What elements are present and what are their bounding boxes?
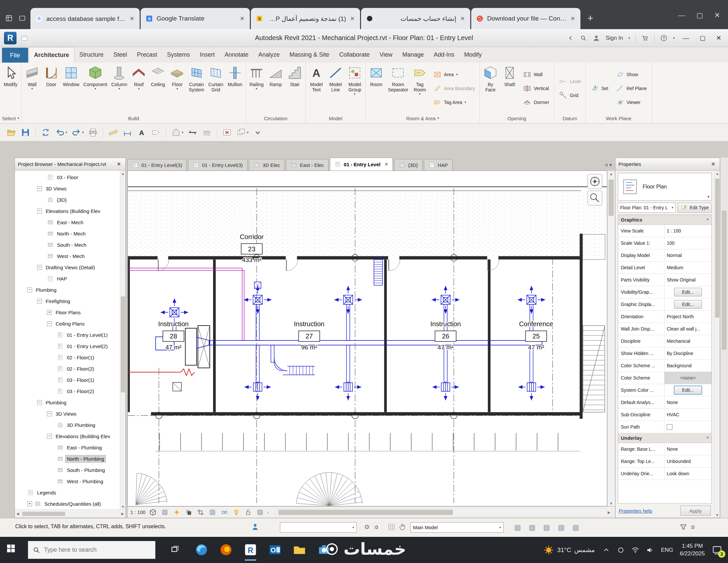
- edit-type-button[interactable]: Edit Type: [678, 203, 712, 212]
- taskbar-search[interactable]: [28, 541, 156, 559]
- prop-value[interactable]: Clean all wall j...: [664, 323, 711, 335]
- help-icon[interactable]: ?: [660, 34, 668, 42]
- prop-value[interactable]: Normal: [664, 249, 711, 261]
- sync-button[interactable]: [40, 126, 52, 138]
- search-input[interactable]: [44, 546, 151, 553]
- text-note-button[interactable]: A: [136, 126, 148, 138]
- view-tab-01-entry-level[interactable]: 01 - Entry Level✕: [330, 158, 393, 170]
- tool-shaft[interactable]: Shaft: [500, 64, 519, 113]
- panel-label-circulation[interactable]: Circulation: [246, 113, 305, 123]
- redo-button[interactable]: ▾: [70, 126, 85, 138]
- tool-column[interactable]: Column▾: [110, 64, 129, 113]
- tree-item-west-plumbing[interactable]: West - Plumbing: [15, 476, 120, 487]
- tool-mullion[interactable]: Mullion: [226, 64, 244, 113]
- tree-item-east-plumbing[interactable]: East - Plumbing: [15, 442, 120, 453]
- sun-path-button[interactable]: [172, 507, 182, 517]
- ribbon-tab-file[interactable]: File: [2, 48, 28, 63]
- ribbon-tab-modify[interactable]: Modify: [459, 47, 487, 63]
- tool-by-face[interactable]: By Face: [481, 64, 500, 113]
- design-options-icon[interactable]: [512, 523, 523, 533]
- tool-area[interactable]: Area▾: [431, 68, 477, 81]
- tool-curtain-grid[interactable]: Curtain Grid: [206, 64, 225, 113]
- view-tab-list-button[interactable]: ≡ ▾: [602, 162, 615, 170]
- ribbon-tab-analyze[interactable]: Analyze: [253, 47, 285, 63]
- browser-maximize-button[interactable]: ▢: [697, 11, 703, 19]
- tree-item-south-plumbing[interactable]: South - Plumbing: [15, 464, 120, 476]
- prop-value[interactable]: None: [664, 443, 711, 455]
- tool-area-boundary[interactable]: Area Boundary: [431, 82, 477, 95]
- dimension-button[interactable]: [121, 126, 133, 138]
- collapse-icon[interactable]: −: [37, 186, 42, 191]
- browser-tab[interactable]: AGoogle Translate✕: [141, 8, 250, 29]
- ribbon-tab-annotate[interactable]: Annotate: [220, 47, 253, 63]
- tree-item-03-floor-1[interactable]: 03 - Floor(1): [15, 374, 120, 386]
- prop-value[interactable]: By Discipline: [664, 348, 711, 359]
- tree-item-floor-plans[interactable]: +Floor Plans: [15, 307, 120, 318]
- edit-button[interactable]: Edit...: [674, 386, 702, 395]
- collapse-icon[interactable]: −: [37, 265, 42, 270]
- tree-item-north-plumbing[interactable]: North - Plumbing: [15, 453, 120, 464]
- tree-item-plumbing[interactable]: −Plumbing: [15, 284, 120, 296]
- app-minimize-button[interactable]: —: [680, 34, 692, 42]
- open-button[interactable]: [5, 126, 17, 138]
- temporary-hide-button[interactable]: [219, 507, 229, 517]
- browser-tab[interactable]: Gaccess database sample file - بحث✕: [30, 8, 140, 29]
- tool-grid[interactable]: Grid: [557, 89, 583, 102]
- tool-curtain-system[interactable]: Curtain System: [187, 64, 206, 113]
- ribbon-tab-systems[interactable]: Systems: [162, 47, 195, 63]
- tool-model-group[interactable]: Model Group▾: [345, 64, 364, 113]
- tree-item-03-floor[interactable]: 03 - Floor: [15, 171, 120, 183]
- project-browser-scrollbar[interactable]: ▲ ▼: [120, 170, 125, 509]
- circle-tray-icon[interactable]: [616, 545, 625, 555]
- browser-minimize-button[interactable]: —: [678, 11, 685, 19]
- pan-icon[interactable]: [398, 523, 407, 531]
- cart-icon[interactable]: [641, 34, 649, 42]
- edit-button[interactable]: Edit...: [674, 300, 702, 309]
- tool-room[interactable]: Room: [367, 64, 386, 113]
- tool-wall[interactable]: Wall▾: [23, 64, 41, 113]
- sign-in-button[interactable]: Sign In: [606, 35, 623, 41]
- close-icon[interactable]: ✕: [115, 161, 122, 167]
- measure-button[interactable]: [107, 126, 119, 138]
- worksets-icon[interactable]: [527, 523, 537, 533]
- tool-set[interactable]: Set: [588, 82, 610, 95]
- canvas-hscrollbar[interactable]: ▶: [275, 508, 612, 516]
- collapse-icon[interactable]: −: [37, 400, 42, 405]
- speaker-icon[interactable]: [645, 545, 655, 555]
- view-tab-3d-elec[interactable]: 3D Elec: [249, 159, 285, 170]
- panel-label-work-plane[interactable]: Work Plane: [586, 113, 652, 123]
- tree-item-east-mech[interactable]: East - Mech: [15, 216, 120, 228]
- tree-item-01-entry-level-1[interactable]: 01 - Entry Level(1): [15, 329, 120, 341]
- properties-scrollbar[interactable]: ▲ ▼: [714, 170, 720, 518]
- new-tab-button[interactable]: +: [583, 11, 597, 25]
- tool-door[interactable]: Door: [42, 64, 61, 113]
- tab-grid-icon[interactable]: [5, 14, 13, 23]
- revit-logo[interactable]: R: [4, 32, 17, 44]
- browser-tab[interactable]: Download your file — Convertio✕: [471, 8, 580, 29]
- tree-item-elevations-building-elev[interactable]: −Elevations (Building Elev: [15, 205, 120, 216]
- tree-item-south-mech[interactable]: South - Mech: [15, 239, 120, 250]
- search-icon[interactable]: [580, 34, 587, 42]
- browser-tab[interactable]: 5(1) نمذجة وتصميم أعمال MEP على✕: [251, 8, 360, 29]
- panel-label-opening[interactable]: Opening: [480, 113, 554, 123]
- view-tab-01-entry-level-3[interactable]: 01 - Entry Level(3): [127, 159, 187, 170]
- tab-close-icon[interactable]: ✕: [349, 15, 355, 22]
- ribbon-tab-add-ins[interactable]: Add-Ins: [429, 47, 459, 63]
- window-outline-icon[interactable]: [18, 14, 26, 23]
- properties-help-link[interactable]: Properties help: [619, 508, 652, 514]
- visual-style-button[interactable]: [148, 507, 158, 517]
- notification-icon[interactable]: 3: [711, 544, 723, 556]
- tree-item-ceiling-plans[interactable]: −Ceiling Plans: [15, 318, 120, 329]
- worksharing-display-button[interactable]: [255, 507, 265, 517]
- prop-value[interactable]: Mechanical: [664, 335, 711, 347]
- view-tab-hap[interactable]: HAP: [424, 159, 453, 170]
- prop-value[interactable]: Background: [664, 360, 711, 372]
- tree-item-3d[interactable]: {3D}: [15, 194, 120, 205]
- task-view-icon[interactable]: [169, 544, 181, 555]
- print-button[interactable]: [87, 126, 99, 138]
- gear-icon[interactable]: [363, 523, 371, 531]
- workspace-icon[interactable]: [21, 34, 28, 42]
- tab-close-icon[interactable]: ✕: [570, 15, 576, 22]
- project-browser-hscrollbar[interactable]: ◀ ▶: [15, 509, 125, 518]
- ribbon-tab-steel[interactable]: Steel: [109, 47, 132, 63]
